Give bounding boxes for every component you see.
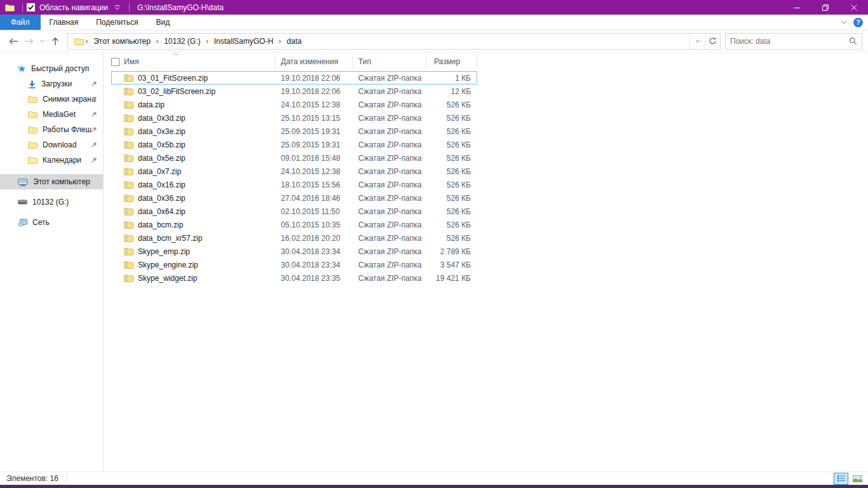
breadcrumb-chevron-icon[interactable]: › bbox=[205, 36, 210, 46]
zip-file-icon bbox=[124, 234, 133, 242]
address-bar[interactable]: ›Этот компьютер›10132 (G:)›InstallSamyGO… bbox=[67, 33, 721, 50]
nav-pane-toggle[interactable]: Область навигации bbox=[27, 3, 108, 12]
column-header-date[interactable]: Дата изменения bbox=[275, 55, 353, 69]
file-row[interactable]: 03_01_FitScreen.zip19.10.2018 22:06Сжата… bbox=[111, 71, 477, 85]
sidebar-item-this-pc[interactable]: Этот компьютер bbox=[0, 174, 103, 189]
zip-file-icon bbox=[124, 194, 133, 202]
file-date-cell: 30.04.2018 23:34 bbox=[275, 247, 353, 256]
sidebar-item-download[interactable]: Download bbox=[0, 137, 103, 152]
back-button[interactable] bbox=[5, 37, 22, 45]
file-row[interactable]: data_bcm_xr57.zip16.02.2016 20:20Сжатая … bbox=[111, 231, 477, 245]
file-name-cell: data_0x3e.zip bbox=[112, 127, 275, 136]
qat-customize-chevron-icon[interactable] bbox=[114, 5, 120, 10]
sidebar-item-drive-g[interactable]: 10132 (G:) bbox=[0, 194, 103, 210]
zip-file-icon bbox=[124, 87, 133, 95]
ribbon-tabs: ФайлГлавнаяПоделитьсяВид bbox=[0, 15, 179, 30]
file-row[interactable]: Skype_widget.zip30.04.2018 23:35Сжатая Z… bbox=[111, 271, 477, 285]
sidebar-item-calendars[interactable]: Календари bbox=[0, 152, 103, 168]
file-name: data_0x36.zip bbox=[138, 194, 186, 203]
column-header-name[interactable]: Имя bbox=[111, 55, 275, 69]
file-row[interactable]: data_0x64.zip02.10.2015 11:50Сжатая ZIP-… bbox=[111, 205, 477, 218]
sidebar-item-downloads[interactable]: Загрузки bbox=[0, 76, 103, 92]
restore-icon bbox=[822, 4, 829, 11]
file-size-cell: 12 КБ bbox=[426, 87, 477, 96]
file-name: 03_02_libFitScreen.zip bbox=[138, 87, 215, 96]
breadcrumb-item[interactable]: Этот компьютер bbox=[90, 37, 154, 46]
tab-view[interactable]: Вид bbox=[147, 15, 179, 30]
file-rows: 03_01_FitScreen.zip19.10.2018 22:06Сжата… bbox=[111, 71, 868, 285]
file-row[interactable]: data_bcm.zip05.10.2015 10:35Сжатая ZIP-п… bbox=[111, 218, 477, 231]
sidebar-item-raboty-flesh[interactable]: Работы Флеш bbox=[0, 122, 103, 137]
minimize-button[interactable] bbox=[782, 0, 811, 15]
breadcrumb-item[interactable]: data bbox=[283, 37, 305, 46]
folder-icon bbox=[28, 141, 37, 149]
drive-icon bbox=[18, 200, 27, 205]
select-all-checkbox[interactable] bbox=[111, 58, 119, 66]
thumbnail-view-button[interactable] bbox=[850, 473, 865, 485]
file-name: Skype_widget.zip bbox=[138, 274, 197, 283]
zip-file-icon bbox=[124, 247, 133, 255]
taskbar-edge bbox=[0, 485, 868, 488]
file-date-cell: 30.04.2018 23:35 bbox=[275, 274, 353, 283]
file-type-cell: Сжатая ZIP-папка bbox=[353, 167, 426, 176]
breadcrumb-chevron-icon[interactable]: › bbox=[84, 36, 90, 46]
file-row[interactable]: data_0x5e.zip09.01.2016 15:48Сжатая ZIP-… bbox=[111, 151, 477, 165]
breadcrumb-item[interactable]: 10132 (G:) bbox=[160, 37, 204, 46]
sort-ascending-icon bbox=[173, 53, 179, 56]
search-icon[interactable] bbox=[849, 37, 857, 45]
search-box[interactable] bbox=[725, 33, 862, 50]
zip-file-icon bbox=[124, 220, 133, 229]
search-input[interactable] bbox=[730, 37, 849, 46]
address-dropdown-button[interactable] bbox=[689, 34, 705, 49]
file-size-cell: 526 КБ bbox=[426, 207, 477, 216]
file-row[interactable]: data.zip24.10.2015 12:38Сжатая ZIP-папка… bbox=[111, 98, 477, 111]
close-button[interactable] bbox=[839, 0, 868, 15]
file-row[interactable]: Skype_emp.zip30.04.2018 23:34Сжатая ZIP-… bbox=[111, 245, 477, 258]
file-name: data_0x3d.zip bbox=[138, 114, 186, 123]
refresh-button[interactable] bbox=[705, 34, 720, 49]
tab-share[interactable]: Поделиться bbox=[87, 15, 147, 30]
breadcrumb-chevron-icon[interactable]: › bbox=[154, 36, 160, 46]
file-row[interactable]: 03_02_libFitScreen.zip19.10.2018 22:06Сж… bbox=[111, 85, 477, 98]
breadcrumb-item[interactable]: InstallSamyGO-H bbox=[210, 37, 277, 46]
recent-locations-chevron-icon[interactable] bbox=[37, 39, 47, 43]
sidebar-item-quick-access[interactable]: Быстрый доступ bbox=[0, 61, 103, 76]
file-row[interactable]: data_0x16.zip18.10.2015 15:56Сжатая ZIP-… bbox=[111, 178, 477, 191]
title-bar: Область навигации G:\InstallSamyGO-H\dat… bbox=[0, 0, 868, 15]
sidebar-item-mediaget[interactable]: MediaGet bbox=[0, 107, 103, 122]
ribbon-expand-chevron-icon[interactable] bbox=[841, 20, 847, 24]
address-dropdown-chevron-icon bbox=[695, 39, 700, 43]
file-size-cell: 526 КБ bbox=[426, 220, 477, 229]
sidebar-gap bbox=[0, 189, 103, 194]
zip-file-icon bbox=[124, 274, 133, 282]
sidebar-item-label: Быстрый доступ bbox=[31, 64, 89, 73]
folder-icon bbox=[28, 126, 37, 133]
file-row[interactable]: Skype_engine.zip30.04.2018 23:34Сжатая Z… bbox=[111, 258, 477, 271]
file-row[interactable]: data_0x3e.zip25.09.2015 19:31Сжатая ZIP-… bbox=[111, 125, 477, 138]
folder-icon bbox=[28, 156, 37, 164]
up-button[interactable] bbox=[47, 37, 64, 46]
zip-file-icon bbox=[124, 167, 133, 175]
column-header-type[interactable]: Тип bbox=[353, 55, 426, 69]
details-view-button[interactable] bbox=[834, 473, 848, 485]
tab-home[interactable]: Главная bbox=[41, 15, 88, 30]
sidebar-item-network[interactable]: Сеть bbox=[0, 215, 103, 230]
address-folder-icon[interactable] bbox=[74, 37, 84, 45]
column-header-size[interactable]: Размер bbox=[426, 55, 477, 69]
nav-pane-checkbox-icon[interactable] bbox=[27, 3, 35, 11]
file-row[interactable]: data_0x7.zip24.10.2015 12:38Сжатая ZIP-п… bbox=[111, 165, 477, 178]
tab-file[interactable]: Файл bbox=[0, 15, 41, 30]
restore-button[interactable] bbox=[811, 0, 839, 15]
pin-icon bbox=[91, 81, 97, 87]
file-row[interactable]: data_0x5b.zip25.09.2015 19:31Сжатая ZIP-… bbox=[111, 138, 477, 151]
file-row[interactable]: data_0x3d.zip25.10.2015 13:15Сжатая ZIP-… bbox=[111, 111, 477, 125]
zip-file-icon bbox=[124, 154, 133, 162]
forward-button[interactable] bbox=[22, 37, 37, 45]
file-row[interactable]: data_0x36.zip27.04.2016 18:46Сжатая ZIP-… bbox=[111, 191, 477, 205]
qat-separator-2 bbox=[129, 3, 130, 12]
help-button[interactable]: ? bbox=[853, 18, 863, 27]
breadcrumb-chevron-icon[interactable]: › bbox=[277, 36, 283, 46]
sidebar-item-screenshots[interactable]: Снимки экрана bbox=[0, 92, 103, 107]
file-size-cell: 526 КБ bbox=[426, 114, 477, 123]
file-name-cell: data_0x16.zip bbox=[112, 180, 275, 189]
